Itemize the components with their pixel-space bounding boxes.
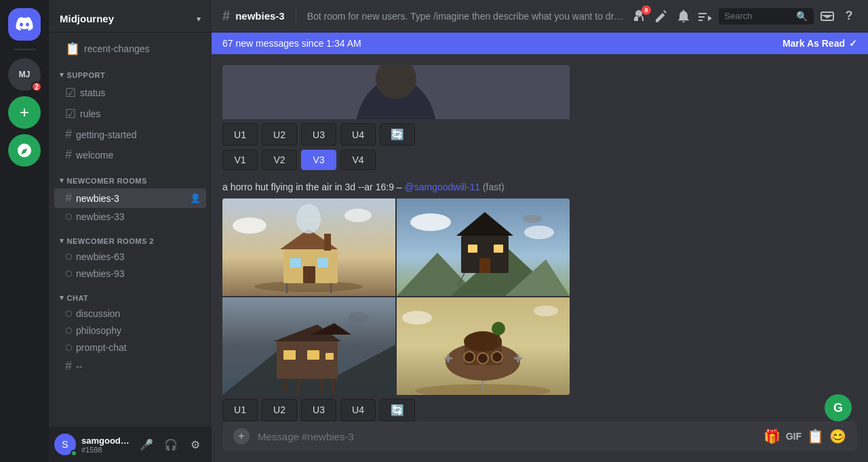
sidebar-channel-newbies-3[interactable]: # newbies-3 👤 (54, 188, 206, 208)
gift-icon[interactable]: 🎁 (764, 428, 781, 444)
sidebar-channel-status[interactable]: ☑ status (54, 83, 206, 103)
sidebar-channel-newbies-33[interactable]: ⬡ newbies-33 (54, 209, 206, 225)
v4-button-1[interactable]: V4 (340, 150, 376, 170)
topbar-channel-name: newbies-3 (235, 10, 285, 22)
mic-button[interactable]: 🎤 (136, 434, 157, 455)
members-icon[interactable]: 8 (632, 8, 648, 24)
sidebar-header[interactable]: Midjourney ▾ (49, 0, 212, 33)
bell-icon[interactable] (675, 8, 692, 24)
svg-point-57 (492, 322, 505, 335)
u2-button-1[interactable]: U2 (262, 123, 297, 146)
sidebar-scroll: 📋 recent-changes ▾ SUPPORT ☑ status ☑ ru… (49, 33, 212, 427)
u2-button-2[interactable]: U2 (262, 399, 297, 421)
svg-point-43 (348, 312, 368, 323)
sidebar-channel-newbies-93[interactable]: ⬡ newbies-93 (54, 266, 206, 282)
search-bar[interactable]: 🔍 (719, 8, 814, 24)
newbies-93-hash-icon: ⬡ (65, 269, 72, 278)
gif-icon[interactable]: GIF (786, 431, 802, 442)
svg-point-28 (524, 226, 554, 239)
search-magnifier-icon: 🔍 (796, 11, 808, 22)
newcomer-rooms-2-label: NEWCOMER ROOMS 2 (67, 237, 154, 245)
svg-rect-11 (324, 234, 331, 251)
svg-rect-33 (277, 341, 338, 379)
app-icon-bar: MJ 2 + (0, 0, 49, 462)
u4-button-2[interactable]: U4 (340, 399, 376, 421)
svg-point-15 (233, 217, 267, 234)
sidebar-channel-recent-changes[interactable]: 📋 recent-changes (54, 39, 206, 59)
u3-button-2[interactable]: U3 (301, 399, 336, 421)
user-actions: 🎤 🎧 ⚙ (136, 434, 206, 455)
settings-button[interactable]: ⚙ (184, 434, 206, 455)
image-cell-2 (397, 198, 570, 296)
message-input-box: + 🎁 GIF 📋 😊 (222, 421, 857, 451)
sidebar-channel-newbies-63[interactable]: ⬡ newbies-63 (54, 249, 206, 265)
sidebar-channel-more[interactable]: # -- (54, 356, 206, 376)
search-input[interactable] (724, 11, 792, 21)
newcomer-rooms-chevron-icon: ▾ (60, 176, 64, 185)
sidebar-channel-welcome[interactable]: # welcome (54, 145, 206, 165)
support-label: SUPPORT (67, 71, 106, 79)
sidebar-user-bar: S samgoodw... #1598 🎤 🎧 ⚙ (49, 427, 212, 462)
svg-point-50 (477, 353, 488, 364)
sidebar-channel-discussion[interactable]: ⬡ discussion (54, 306, 206, 322)
headset-button[interactable]: 🎧 (160, 434, 182, 455)
help-icon[interactable]: ? (841, 8, 857, 24)
prompt-chat-hash-icon: ⬡ (65, 343, 72, 352)
sidebar-category-newcomer-rooms-2[interactable]: ▾ NEWCOMER ROOMS 2 (49, 226, 212, 248)
u4-button-1[interactable]: U4 (340, 123, 376, 146)
newbies-33-hash-icon: ⬡ (65, 212, 72, 222)
refresh-button-1[interactable]: 🔄 (380, 123, 415, 146)
prompt-speed: (fast) (483, 182, 505, 192)
emoji-icon[interactable]: 😊 (829, 428, 846, 444)
members-list-icon[interactable] (697, 8, 713, 24)
sticker-icon[interactable]: 📋 (807, 428, 824, 444)
new-messages-banner: 67 new messages since 1:34 AM Mark As Re… (212, 33, 868, 54)
svg-point-16 (344, 209, 372, 222)
mark-as-read-button[interactable]: Mark As Read ✓ (783, 38, 857, 49)
v1-button-1[interactable]: V1 (222, 150, 258, 170)
user-info: samgoodw... #1598 (81, 436, 130, 454)
partial-image-top (222, 65, 570, 119)
getting-started-hash-icon: # (65, 127, 72, 142)
action-buttons-bottom-1: V1 V2 V3 V4 (222, 150, 857, 170)
v3-button-1[interactable]: V3 (301, 150, 336, 170)
explore-servers-icon[interactable] (8, 134, 41, 167)
sidebar-channel-rules[interactable]: ☑ rules (54, 104, 206, 124)
sidebar-category-support[interactable]: ▾ SUPPORT (49, 60, 212, 82)
svg-rect-9 (317, 258, 328, 268)
discord-home-icon[interactable] (8, 8, 41, 41)
refresh-button-2[interactable]: 🔄 (380, 399, 415, 421)
newbies-63-hash-icon: ⬡ (65, 252, 72, 261)
chat-area: U1 U2 U3 U4 🔄 V1 V2 V3 V4 a horro hut fl… (212, 54, 868, 421)
status-icon: ☑ (65, 85, 76, 100)
sidebar-channel-prompt-chat[interactable]: ⬡ prompt-chat (54, 339, 206, 356)
sidebar-category-newcomer-rooms[interactable]: ▾ NEWCOMER ROOMS (49, 165, 212, 188)
message-block-1: U1 U2 U3 U4 🔄 V1 V2 V3 V4 (222, 65, 857, 170)
newbies-63-label: newbies-63 (76, 251, 125, 262)
u1-button-1[interactable]: U1 (222, 123, 258, 146)
pencil-icon[interactable] (654, 8, 670, 24)
sidebar-channel-philosophy[interactable]: ⬡ philosophy (54, 322, 206, 339)
v2-button-1[interactable]: V2 (262, 150, 297, 170)
add-server-icon[interactable]: + (8, 96, 41, 129)
action-buttons-top-2: U1 U2 U3 U4 🔄 (222, 399, 857, 421)
rules-label: rules (80, 108, 100, 119)
svg-rect-23 (468, 245, 477, 253)
server-dropdown-icon[interactable]: ▾ (197, 14, 201, 24)
inbox-icon[interactable] (819, 8, 835, 24)
topbar-icons: 8 🔍 (632, 8, 857, 24)
flying-house-2 (397, 198, 570, 296)
message-input[interactable] (258, 431, 755, 442)
topbar-channel: # newbies-3 (222, 8, 285, 24)
server-divider (14, 49, 35, 50)
sidebar-channel-getting-started[interactable]: # getting-started (54, 125, 206, 144)
user-avatar-letter: S (62, 439, 68, 450)
notification-badge: 2 (31, 81, 42, 92)
add-attachment-button[interactable]: + (233, 428, 250, 444)
philosophy-hash-icon: ⬡ (65, 326, 72, 335)
newbies-3-member-icon: 👤 (190, 193, 201, 203)
mark-as-read-icon: ✓ (849, 38, 857, 49)
u1-button-2[interactable]: U1 (222, 399, 258, 421)
sidebar-category-chat[interactable]: ▾ CHAT (49, 282, 212, 305)
u3-button-1[interactable]: U3 (301, 123, 336, 146)
